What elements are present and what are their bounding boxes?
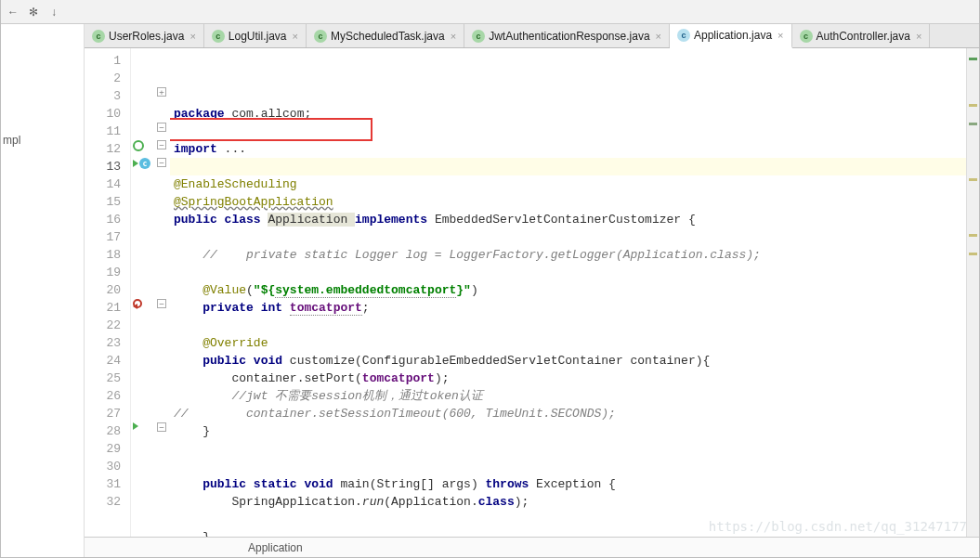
scroll-marker (969, 123, 977, 125)
fold-expand-icon[interactable]: + (157, 87, 166, 97)
tab-label: JwtAuthenticationResponse.java (489, 30, 649, 43)
fold-collapse-icon[interactable]: − (157, 158, 166, 167)
spring-bean-icon[interactable] (133, 140, 144, 151)
apply-icon[interactable]: ↓ (46, 4, 62, 20)
editor-tabs: c UserRoles.java × c LogUtil.java × c My… (85, 24, 979, 48)
java-class-icon: c (800, 30, 813, 43)
tab-userroles[interactable]: c UserRoles.java × (85, 24, 204, 47)
close-icon[interactable]: × (451, 31, 456, 42)
scroll-marker (969, 234, 977, 237)
fold-collapse-icon[interactable]: − (157, 299, 166, 308)
line-number-gutter: 1 2 3 10 11 12 13 14 15 16 17 18 19 20 2… (85, 48, 131, 537)
gutter-markers: c (131, 48, 153, 537)
tab-logutil[interactable]: c LogUtil.java × (204, 24, 307, 47)
close-icon[interactable]: × (189, 31, 195, 42)
fold-collapse-icon[interactable]: − (157, 422, 166, 432)
run-main-icon[interactable] (133, 422, 138, 430)
tab-label: Application.java (694, 29, 772, 42)
scroll-marker (969, 253, 977, 255)
scroll-marker (969, 178, 977, 181)
current-line-highlight (170, 158, 966, 175)
tab-myscheduledtask[interactable]: c MyScheduledTask.java × (307, 24, 464, 47)
toolbar: ← ✻ ↓ (1, 0, 979, 24)
code-editor[interactable]: package com.allcom; import ... @EnableSc… (170, 48, 966, 537)
tab-label: AuthController.java (817, 30, 910, 43)
tab-label: MyScheduledTask.java (331, 30, 445, 43)
close-icon[interactable]: × (777, 30, 783, 41)
tab-application[interactable]: c Application.java × (670, 24, 792, 48)
fold-gutter: + − − − − − (153, 48, 170, 537)
tab-label: UserRoles.java (109, 30, 184, 43)
gear-icon[interactable]: ✻ (25, 4, 42, 20)
scrollbar-track[interactable] (966, 48, 979, 537)
breadcrumb-bar: Application (85, 537, 979, 557)
scroll-marker (969, 104, 977, 107)
tab-authcontroller[interactable]: c AuthController.java × (792, 24, 931, 47)
fold-collapse-icon[interactable]: − (157, 123, 166, 132)
fold-collapse-icon[interactable]: − (157, 140, 166, 149)
close-icon[interactable]: × (656, 31, 661, 42)
annotation-highlight-box (170, 118, 372, 141)
run-marker-icon[interactable]: c (133, 158, 150, 169)
breadcrumb[interactable]: Application (248, 541, 303, 554)
java-class-icon: c (677, 29, 690, 42)
back-icon[interactable]: ← (5, 4, 21, 20)
tab-label: LogUtil.java (229, 30, 287, 43)
override-marker-icon[interactable] (133, 299, 142, 308)
project-sidebar: mpl (1, 24, 85, 557)
tab-jwtauthresponse[interactable]: c JwtAuthenticationResponse.java × (464, 24, 670, 47)
java-class-icon: c (472, 30, 485, 43)
java-class-icon: c (212, 30, 225, 43)
close-icon[interactable]: × (916, 31, 921, 42)
java-class-icon: c (92, 30, 105, 43)
close-icon[interactable]: × (293, 31, 298, 42)
java-class-icon: c (314, 30, 327, 43)
scroll-marker (969, 58, 977, 60)
sidebar-truncated-label: mpl (3, 134, 20, 147)
